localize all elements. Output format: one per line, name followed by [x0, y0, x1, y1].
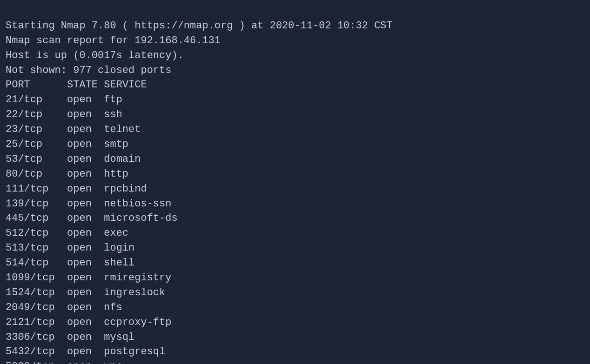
terminal-line: Host is up (0.0017s latency).: [6, 48, 584, 63]
terminal-line: 1524/tcp open ingreslock: [6, 285, 584, 300]
terminal-line: 5900/tcp open vnc: [6, 359, 584, 364]
terminal-line: 22/tcp open ssh: [6, 107, 584, 122]
terminal-output: Starting Nmap 7.80 ( https://nmap.org ) …: [6, 4, 584, 364]
terminal-line: Nmap scan report for 192.168.46.131: [6, 33, 584, 48]
terminal-line: 139/tcp open netbios-ssn: [6, 197, 584, 212]
terminal-line: 2049/tcp open nfs: [6, 300, 584, 315]
terminal-line: 80/tcp open http: [6, 167, 584, 182]
terminal-line: Not shown: 977 closed ports: [6, 63, 584, 78]
terminal-line: 2121/tcp open ccproxy-ftp: [6, 315, 584, 330]
terminal-line: 445/tcp open microsoft-ds: [6, 211, 584, 226]
terminal-line: 111/tcp open rpcbind: [6, 182, 584, 197]
terminal-line: 513/tcp open login: [6, 241, 584, 256]
terminal-line: 53/tcp open domain: [6, 152, 584, 167]
terminal-line: 1099/tcp open rmiregistry: [6, 271, 584, 285]
terminal-line: 23/tcp open telnet: [6, 122, 584, 137]
terminal-line: 21/tcp open ftp: [6, 93, 584, 107]
terminal-line: PORT STATE SERVICE: [6, 78, 584, 93]
terminal-line: Starting Nmap 7.80 ( https://nmap.org ) …: [6, 19, 584, 33]
terminal-line: 5432/tcp open postgresql: [6, 344, 584, 359]
terminal-line: 512/tcp open exec: [6, 226, 584, 241]
terminal-line: 514/tcp open shell: [6, 256, 584, 271]
terminal-line: 25/tcp open smtp: [6, 137, 584, 152]
terminal-line: 3306/tcp open mysql: [6, 330, 584, 345]
